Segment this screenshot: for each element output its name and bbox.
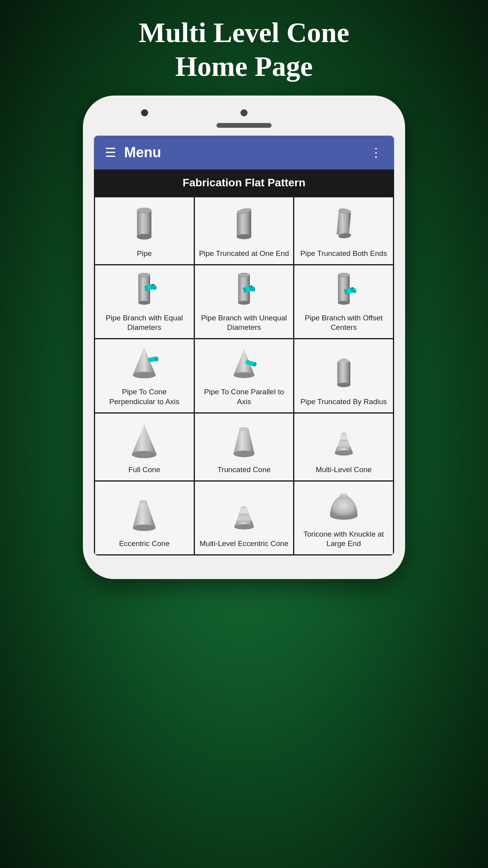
toricone-icon (324, 486, 363, 526)
grid-item-multi-level-cone[interactable]: Multi-Level Cone (294, 414, 393, 480)
svg-marker-47 (133, 502, 156, 528)
svg-point-39 (233, 451, 254, 457)
svg-point-51 (234, 524, 254, 530)
eccentric-cone-label: Eccentric Cone (119, 539, 170, 549)
more-options-icon[interactable]: ⋮ (370, 145, 383, 160)
grid-item-pipe-to-cone-parallel[interactable]: Pipe To Cone Parallel to Axis (195, 339, 294, 412)
pipe-to-cone-parallel-icon (224, 344, 264, 383)
svg-point-46 (341, 432, 346, 434)
svg-point-49 (133, 525, 156, 531)
phone-sensor (141, 109, 148, 116)
svg-point-11 (138, 273, 150, 277)
svg-point-16 (238, 273, 250, 277)
svg-point-48 (140, 500, 147, 503)
pipe-branch-equal-label: Pipe Branch with Equal Diameters (98, 313, 191, 333)
grid-item-pipe-branch-equal[interactable]: Pipe Branch with Equal Diameters (95, 265, 194, 338)
phone-top (94, 107, 394, 136)
svg-point-30 (233, 372, 254, 378)
section-title: Fabrication Flat Pattern (183, 177, 306, 189)
grid-item-truncated-cone[interactable]: Truncated Cone (195, 414, 294, 480)
full-cone-label: Full Cone (128, 465, 160, 475)
section-header: Fabrication Flat Pattern (94, 169, 394, 196)
grid-item-pipe-truncated-both-ends[interactable]: Pipe Truncated Both Ends (294, 197, 393, 264)
grid-item-toricone[interactable]: Toricone with Knuckle at Large End (294, 482, 393, 554)
truncated-cone-icon (224, 422, 264, 461)
grid-item-multi-level-eccentric[interactable]: Multi-Level Eccentric Cone (195, 482, 294, 554)
full-cone-icon (125, 422, 164, 461)
pipe-branch-equal-icon (125, 270, 164, 309)
multi-level-cone-label: Multi-Level Cone (316, 465, 372, 475)
multi-level-cone-icon (324, 422, 363, 461)
svg-point-36 (132, 451, 157, 458)
page-title: Multi Level Cone Home Page (107, 0, 381, 96)
grid-item-pipe[interactable]: Pipe (95, 197, 194, 264)
svg-point-12 (138, 301, 150, 305)
svg-point-41 (334, 450, 353, 455)
svg-point-34 (337, 383, 350, 387)
multi-level-eccentric-icon (224, 496, 264, 535)
grid-item-pipe-branch-unequal[interactable]: Pipe Branch with Unequal Diameters (195, 265, 294, 338)
grid-item-pipe-truncated-radius[interactable]: Pipe Truncated By Radius (294, 339, 393, 412)
pipe-branch-unequal-icon (224, 270, 264, 309)
pipe-branch-unequal-label: Pipe Branch with Unequal Diameters (198, 313, 290, 333)
svg-point-21 (338, 273, 350, 277)
pipe-icon (125, 206, 164, 245)
svg-point-2 (137, 234, 152, 239)
truncated-cone-label: Truncated Cone (217, 465, 271, 475)
svg-point-26 (133, 372, 156, 379)
eccentric-cone-icon (125, 496, 164, 535)
svg-rect-0 (137, 211, 152, 237)
toricone-label: Toricone with Knuckle at Large End (297, 530, 390, 549)
app-screen: ☰ Menu ⋮ Fabrication Flat Pattern Pipe (94, 136, 394, 555)
pipe-truncated-radius-label: Pipe Truncated By Radius (301, 397, 387, 407)
pipe-to-cone-perp-icon (125, 344, 164, 383)
svg-point-1 (137, 208, 152, 213)
svg-rect-33 (337, 362, 350, 385)
pipe-truncated-one-end-icon (224, 206, 264, 245)
phone-speaker (216, 123, 272, 128)
pipe-truncated-both-ends-label: Pipe Truncated Both Ends (300, 249, 387, 259)
svg-point-4 (237, 234, 251, 239)
phone-frame: ☰ Menu ⋮ Fabrication Flat Pattern Pipe (83, 96, 405, 579)
menu-label: Menu (124, 144, 161, 161)
pipe-label: Pipe (137, 249, 152, 259)
pipe-truncated-both-ends-icon (324, 206, 363, 245)
svg-point-22 (338, 301, 350, 305)
pipe-branch-offset-label: Pipe Branch with Offset Centers (297, 313, 390, 333)
grid-item-full-cone[interactable]: Full Cone (95, 414, 194, 480)
svg-point-56 (241, 506, 247, 508)
pipe-to-cone-parallel-label: Pipe To Cone Parallel to Axis (198, 387, 290, 406)
hamburger-icon[interactable]: ☰ (105, 146, 116, 159)
svg-marker-55 (239, 507, 249, 514)
svg-point-58 (340, 494, 348, 497)
phone-camera (240, 109, 248, 116)
multi-level-eccentric-label: Multi-Level Eccentric Cone (200, 539, 288, 549)
pipe-truncated-radius-icon (324, 354, 363, 393)
pipe-truncated-one-end-label: Pipe Truncated at One End (199, 249, 289, 259)
pipe-branch-offset-icon (324, 270, 363, 309)
svg-marker-35 (132, 425, 157, 455)
items-grid: Pipe Pipe Truncated at One End Pipe Trun… (94, 196, 394, 555)
grid-item-pipe-truncated-one-end[interactable]: Pipe Truncated at One End (195, 197, 294, 264)
grid-item-pipe-to-cone-perp[interactable]: Pipe To Cone Perpendicular to Axis (95, 339, 194, 412)
pipe-to-cone-perp-label: Pipe To Cone Perpendicular to Axis (98, 387, 191, 406)
svg-point-38 (239, 427, 248, 430)
grid-item-pipe-branch-offset[interactable]: Pipe Branch with Offset Centers (294, 265, 393, 338)
grid-item-eccentric-cone[interactable]: Eccentric Cone (95, 482, 194, 554)
svg-point-17 (238, 301, 250, 305)
header-left: ☰ Menu (105, 144, 161, 161)
app-header: ☰ Menu ⋮ (94, 136, 394, 169)
svg-marker-37 (233, 429, 254, 454)
